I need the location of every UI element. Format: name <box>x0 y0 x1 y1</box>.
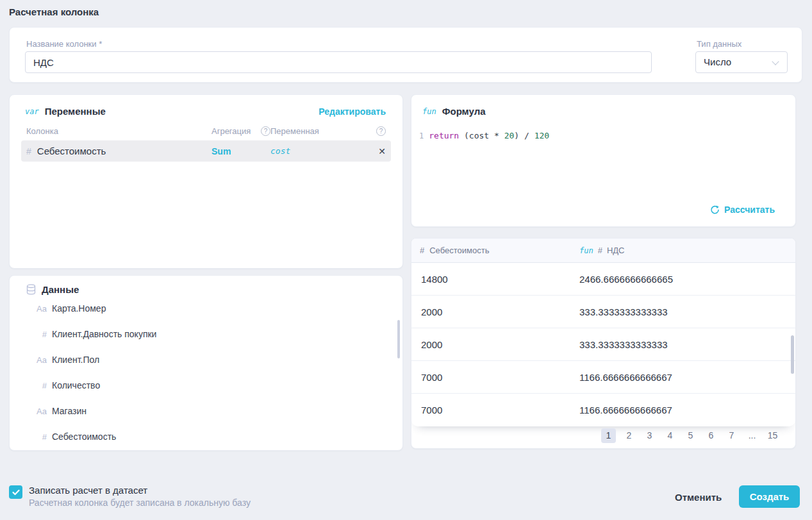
data-type-value: Число <box>704 56 731 67</box>
variables-table-header: Колонка Агрегация ? Переменная ? <box>26 126 386 136</box>
data-title: Данные <box>42 284 79 295</box>
cost-cell: 2000 <box>421 339 442 350</box>
write-to-dataset-label: Записать расчет в датасет <box>29 485 147 496</box>
data-column-label: Количество <box>52 380 100 390</box>
formula-code-editor[interactable]: 1 return (cost * 20) / 120 <box>419 131 549 140</box>
calculate-label: Рассчитать <box>724 205 775 215</box>
variable-column-name: Себестоимость <box>37 146 106 156</box>
formula-panel: fun Формула 1 return (cost * 20) / 120 Р… <box>411 94 796 227</box>
cost-cell: 14800 <box>421 274 448 285</box>
vat-column-header: НДС <box>607 246 625 255</box>
scrollbar-thumb[interactable] <box>791 335 794 374</box>
data-column-list: Aa Карта.Номер # Клиент.Давность покупки… <box>10 296 402 449</box>
data-column-item[interactable]: Aa Клиент.Пол <box>10 347 402 373</box>
data-type-label: Тип данных <box>697 39 742 49</box>
number-type-icon: # <box>33 381 47 390</box>
variables-title: Переменные <box>45 106 106 117</box>
calculate-button[interactable]: Рассчитать <box>710 205 775 215</box>
preview-table-body: 14800 2466.6666666666665 2000 333.333333… <box>411 263 795 426</box>
data-column-item[interactable]: # Себестоимость <box>10 424 402 449</box>
table-row: 7000 1166.6666666666667 <box>411 361 795 394</box>
cancel-button[interactable]: Отменить <box>671 486 725 508</box>
cost-column-header: Себестоимость <box>429 246 489 255</box>
column-header: Колонка <box>26 126 211 136</box>
database-icon <box>26 284 36 295</box>
data-panel: Данные Aa Карта.Номер # Клиент.Давность … <box>9 275 403 451</box>
edit-variables-button[interactable]: Редактировать <box>319 106 386 117</box>
column-settings-card: Название колонки * Тип данных Число <box>9 27 802 83</box>
page-button[interactable]: 15 <box>765 428 780 443</box>
string-type-icon: Aa <box>33 355 47 365</box>
aggregation-header: Агрегация <box>211 126 251 136</box>
code-number: 20 <box>504 131 515 140</box>
cost-cell: 2000 <box>421 306 442 317</box>
fun-icon: fun <box>579 246 593 255</box>
create-button[interactable]: Создать <box>739 485 800 508</box>
number-type-icon: # <box>33 432 47 442</box>
column-name-input[interactable] <box>25 51 652 73</box>
variable-name[interactable]: cost <box>270 146 290 156</box>
page-button[interactable]: 4 <box>663 428 677 443</box>
data-column-label: Себестоимость <box>52 432 116 442</box>
remove-variable-icon[interactable]: ✕ <box>378 147 386 156</box>
scrollbar-thumb[interactable] <box>397 320 400 358</box>
code-text: (cost * <box>459 131 504 140</box>
help-icon[interactable]: ? <box>376 126 386 136</box>
cost-cell: 7000 <box>421 372 442 383</box>
vat-cell: 1166.6666666666667 <box>579 405 672 415</box>
column-name-label: Название колонки * <box>26 39 102 49</box>
number-type-icon: # <box>420 246 424 255</box>
variable-header: Переменная <box>270 126 319 136</box>
code-text: ) / <box>514 131 534 140</box>
string-type-icon: Aa <box>33 304 47 314</box>
aggregation-value[interactable]: Sum <box>211 146 270 156</box>
data-type-select[interactable]: Число <box>695 51 788 73</box>
cost-cell: 7000 <box>421 405 442 415</box>
code-keyword: return <box>429 131 459 140</box>
data-column-item[interactable]: Aa Магазин <box>10 398 402 424</box>
formula-title: Формула <box>442 106 486 117</box>
pagination: 1 2 3 4 5 6 7 ... 15 <box>411 423 795 448</box>
preview-table-header: # Себестоимость fun # НДС <box>411 239 795 263</box>
variable-row[interactable]: # Себестоимость Sum cost ✕ <box>21 140 391 162</box>
write-to-dataset-checkbox[interactable] <box>9 485 22 499</box>
data-column-item[interactable]: # Клиент.Давность покупки <box>10 321 402 347</box>
preview-table: # Себестоимость fun # НДС 14800 2466.666… <box>411 238 796 449</box>
page-title: Расчетная колонка <box>9 6 99 17</box>
code-number: 120 <box>534 131 549 140</box>
pagination-ellipsis: ... <box>745 428 759 443</box>
fun-icon: fun <box>422 107 436 116</box>
page-button[interactable]: 6 <box>704 428 718 443</box>
write-to-dataset-hint: Расчетная колонка будет записана в локал… <box>29 498 251 508</box>
data-column-item[interactable]: # Количество <box>10 373 402 398</box>
number-type-icon: # <box>26 146 31 156</box>
chevron-down-icon <box>772 58 779 65</box>
checkmark-icon <box>12 489 20 496</box>
page-button[interactable]: 3 <box>642 428 657 443</box>
vat-cell: 1166.6666666666667 <box>579 372 672 383</box>
table-row: 2000 333.3333333333333 <box>411 296 795 328</box>
page-button[interactable]: 5 <box>683 428 698 443</box>
data-column-item[interactable]: Aa Карта.Номер <box>10 296 402 321</box>
help-icon[interactable]: ? <box>261 126 270 136</box>
page-button[interactable]: 1 <box>601 428 616 443</box>
vat-cell: 333.3333333333333 <box>579 339 668 350</box>
table-row: 14800 2466.6666666666665 <box>411 263 795 296</box>
string-type-icon: Aa <box>33 407 47 416</box>
data-column-label: Клиент.Пол <box>52 355 99 365</box>
number-type-icon: # <box>33 330 47 339</box>
vat-cell: 2466.6666666666665 <box>579 274 673 285</box>
page-button[interactable]: 2 <box>622 428 636 443</box>
data-column-label: Магазин <box>52 406 87 416</box>
vat-cell: 333.3333333333333 <box>579 306 668 317</box>
number-type-icon: # <box>598 246 602 255</box>
var-icon: var <box>25 107 39 116</box>
table-row: 7000 1166.6666666666667 <box>411 394 795 426</box>
line-number: 1 <box>419 131 424 140</box>
table-row: 2000 333.3333333333333 <box>411 328 795 361</box>
data-column-label: Клиент.Давность покупки <box>52 329 156 339</box>
variables-panel: var Переменные Редактировать Колонка Агр… <box>9 94 403 269</box>
data-column-label: Карта.Номер <box>52 303 106 314</box>
page-button[interactable]: 7 <box>724 428 739 443</box>
refresh-icon <box>710 205 720 215</box>
